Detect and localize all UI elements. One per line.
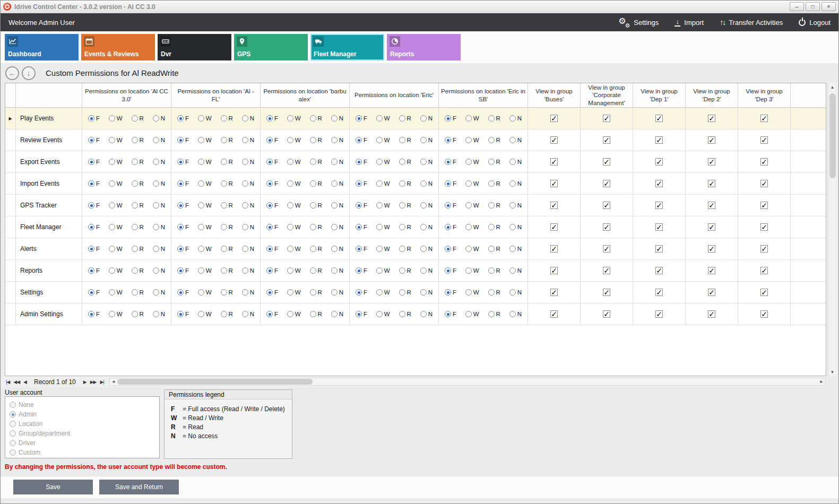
radio-button[interactable] bbox=[88, 115, 94, 121]
permission-radio-n[interactable]: N bbox=[420, 289, 433, 296]
group-checkbox[interactable]: ✓ bbox=[655, 180, 663, 187]
permission-radio-r[interactable]: R bbox=[310, 137, 322, 143]
group-checkbox[interactable]: ✓ bbox=[603, 267, 610, 274]
permission-radio-r[interactable]: R bbox=[488, 311, 500, 317]
radio-button[interactable] bbox=[331, 202, 338, 208]
permission-radio-n[interactable]: N bbox=[420, 224, 433, 230]
group-checkbox[interactable]: ✓ bbox=[655, 115, 663, 122]
radio-button[interactable] bbox=[488, 246, 495, 252]
permission-radio-n[interactable]: N bbox=[420, 311, 433, 317]
radio-button[interactable] bbox=[109, 180, 115, 187]
permission-radio-w[interactable]: W bbox=[198, 137, 212, 143]
permission-radio-n[interactable]: N bbox=[331, 115, 343, 121]
radio-button[interactable] bbox=[242, 311, 248, 317]
group-checkbox[interactable]: ✓ bbox=[550, 202, 558, 209]
permission-radio-w[interactable]: W bbox=[465, 159, 479, 165]
radio-button[interactable] bbox=[399, 202, 405, 208]
radio-button[interactable] bbox=[88, 202, 94, 208]
down-button[interactable]: ↓ bbox=[22, 66, 36, 80]
scroll-down-icon[interactable]: ▼ bbox=[828, 368, 836, 376]
permission-radio-w[interactable]: W bbox=[376, 224, 390, 230]
permission-radio-w[interactable]: W bbox=[287, 115, 301, 121]
logout-action[interactable]: Logout bbox=[799, 19, 831, 27]
radio-button[interactable] bbox=[177, 202, 184, 208]
permission-radio-w[interactable]: W bbox=[465, 137, 479, 143]
permission-radio-r[interactable]: R bbox=[399, 137, 411, 143]
group-checkbox[interactable]: ✓ bbox=[603, 310, 610, 318]
radio-button[interactable] bbox=[132, 246, 138, 252]
permission-radio-f[interactable]: F bbox=[266, 180, 278, 187]
group-checkbox[interactable]: ✓ bbox=[708, 115, 715, 122]
permission-radio-r[interactable]: R bbox=[132, 159, 144, 165]
permission-radio-r[interactable]: R bbox=[399, 159, 411, 165]
radio-button[interactable] bbox=[331, 224, 338, 230]
permission-radio-w[interactable]: W bbox=[109, 137, 123, 143]
group-checkbox[interactable]: ✓ bbox=[655, 245, 663, 253]
group-checkbox[interactable]: ✓ bbox=[603, 180, 610, 187]
group-checkbox[interactable]: ✓ bbox=[550, 245, 558, 253]
radio-button[interactable] bbox=[445, 267, 451, 274]
permission-radio-w[interactable]: W bbox=[287, 202, 301, 208]
close-button[interactable]: × bbox=[821, 2, 836, 11]
permission-radio-w[interactable]: W bbox=[198, 267, 212, 274]
radio-button[interactable] bbox=[420, 311, 427, 317]
permission-radio-n[interactable]: N bbox=[153, 246, 165, 252]
permission-radio-n[interactable]: N bbox=[242, 180, 254, 187]
group-checkbox[interactable]: ✓ bbox=[655, 136, 663, 144]
permission-radio-n[interactable]: N bbox=[242, 246, 254, 252]
permission-radio-f[interactable]: F bbox=[266, 202, 278, 208]
radio-button[interactable] bbox=[109, 137, 115, 143]
permission-radio-f[interactable]: F bbox=[266, 311, 278, 317]
radio-button[interactable] bbox=[356, 311, 362, 317]
group-checkbox[interactable]: ✓ bbox=[708, 289, 715, 296]
permission-radio-w[interactable]: W bbox=[287, 224, 301, 230]
radio-button[interactable] bbox=[266, 289, 273, 296]
radio-button[interactable] bbox=[376, 115, 383, 121]
permission-radio-r[interactable]: R bbox=[132, 202, 144, 208]
radio-button[interactable] bbox=[331, 289, 338, 296]
permission-radio-f[interactable]: F bbox=[177, 115, 189, 121]
save-and-return-button[interactable]: Save and Return bbox=[99, 480, 179, 494]
radio-button[interactable] bbox=[287, 137, 293, 143]
permission-radio-w[interactable]: W bbox=[287, 289, 301, 296]
permission-radio-f[interactable]: F bbox=[445, 311, 456, 317]
radio-button[interactable] bbox=[221, 289, 227, 296]
radio-button[interactable] bbox=[177, 311, 184, 317]
maximize-button[interactable]: □ bbox=[806, 2, 820, 11]
radio-button[interactable] bbox=[109, 289, 115, 296]
minimize-button[interactable]: – bbox=[790, 2, 804, 11]
radio-button[interactable] bbox=[445, 289, 451, 296]
window-titlebar[interactable]: Idrive Control Center - 3.0.2 version - … bbox=[1, 1, 838, 13]
permission-radio-r[interactable]: R bbox=[310, 180, 322, 187]
permission-radio-w[interactable]: W bbox=[109, 289, 123, 296]
radio-button[interactable] bbox=[198, 289, 204, 296]
permission-radio-n[interactable]: N bbox=[509, 246, 522, 252]
radio-button[interactable] bbox=[132, 267, 138, 274]
radio-button[interactable] bbox=[221, 267, 227, 274]
permission-radio-f[interactable]: F bbox=[356, 267, 367, 274]
permission-radio-f[interactable]: F bbox=[445, 224, 456, 230]
permission-radio-w[interactable]: W bbox=[198, 180, 212, 187]
permission-radio-f[interactable]: F bbox=[88, 311, 100, 317]
radio-button[interactable] bbox=[266, 202, 273, 208]
group-checkbox[interactable]: ✓ bbox=[708, 245, 715, 253]
permission-radio-n[interactable]: N bbox=[242, 115, 254, 121]
radio-button[interactable] bbox=[88, 137, 94, 143]
group-checkbox[interactable]: ✓ bbox=[708, 202, 715, 209]
permission-radio-f[interactable]: F bbox=[356, 137, 367, 143]
permission-radio-f[interactable]: F bbox=[356, 246, 367, 252]
radio-button[interactable] bbox=[310, 246, 316, 252]
radio-button[interactable] bbox=[376, 224, 383, 230]
permission-radio-f[interactable]: F bbox=[88, 246, 100, 252]
radio-button[interactable] bbox=[331, 180, 338, 187]
permission-radio-r[interactable]: R bbox=[488, 180, 500, 187]
radio-button[interactable] bbox=[153, 289, 159, 296]
radio-button[interactable] bbox=[153, 311, 159, 317]
permission-radio-f[interactable]: F bbox=[356, 159, 367, 165]
radio-button[interactable] bbox=[376, 159, 383, 165]
permission-radio-n[interactable]: N bbox=[420, 267, 433, 274]
radio-button[interactable] bbox=[331, 311, 338, 317]
permission-radio-r[interactable]: R bbox=[488, 159, 500, 165]
permission-radio-n[interactable]: N bbox=[331, 311, 343, 317]
radio-button[interactable] bbox=[198, 180, 204, 187]
